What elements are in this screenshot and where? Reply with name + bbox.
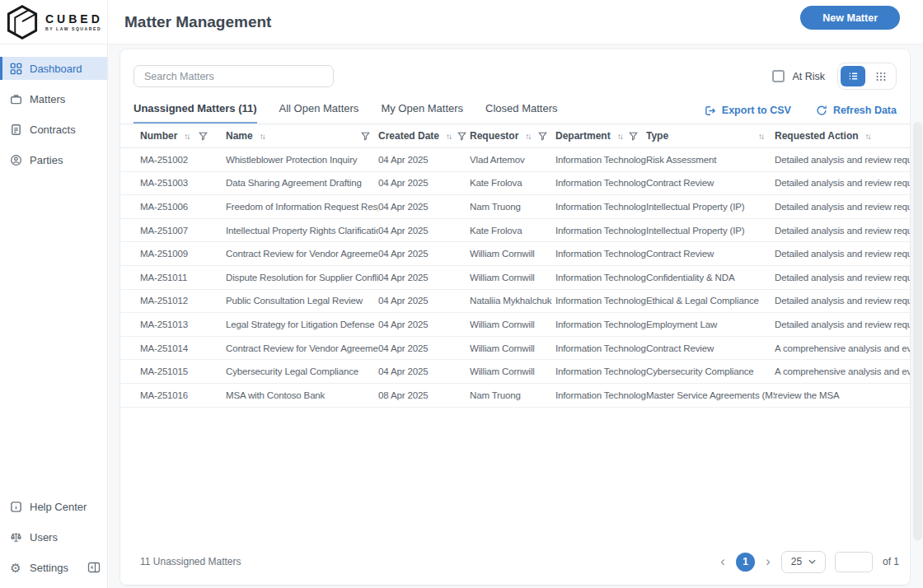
sidebar-item-label: Settings <box>30 562 68 574</box>
info-icon <box>9 500 22 513</box>
filter-icon[interactable] <box>457 132 466 141</box>
refresh-data-button[interactable]: Refresh Data <box>816 105 897 116</box>
cube-logo-icon <box>5 4 40 40</box>
sidebar-item-parties[interactable]: Parties <box>0 148 107 171</box>
cell-number: MA-251007 <box>140 226 226 236</box>
cell-action: Detailed analysis and review required f <box>775 249 910 259</box>
main-content: At Risk <box>108 44 923 588</box>
brand-tagline: BY LAW SQUARED <box>45 27 103 31</box>
at-risk-filter[interactable]: At Risk <box>772 70 825 82</box>
sort-icon[interactable]: ↑↓ <box>446 132 451 141</box>
table-row[interactable]: MA-251007Intellectual Property Rights Cl… <box>120 219 910 243</box>
column-header-requested-action[interactable]: Requested Action ↑↓ <box>775 130 910 142</box>
page-size-select[interactable]: 25 <box>781 551 826 573</box>
table-row[interactable]: MA-251013Legal Strategy for Litigation D… <box>120 313 910 337</box>
tab-closed-matters[interactable]: Closed Matters <box>485 102 557 124</box>
pagination-bar: 11 Unassigned Matters ‹ 1 › 25 of 1 <box>120 542 910 585</box>
column-header-requestor[interactable]: Requestor ↑↓ <box>470 130 555 142</box>
export-icon <box>704 105 716 117</box>
table-row[interactable]: MA-251002Whistleblower Protection Inquir… <box>120 148 910 172</box>
cell-name: Dispute Resolution for Supplier Conflict <box>226 273 378 282</box>
column-header-department[interactable]: Department ↑↓ <box>555 130 646 142</box>
sidebar-collapse-icon[interactable] <box>87 561 101 574</box>
sidebar-item-contracts[interactable]: Contracts <box>0 118 107 141</box>
cell-number: MA-251014 <box>140 343 226 353</box>
refresh-icon <box>816 105 827 116</box>
cell-name: Cybersecurity Legal Compliance <box>226 366 378 376</box>
cell-name: Public Consultation Legal Review <box>226 296 378 306</box>
cell-number: MA-251002 <box>140 155 226 165</box>
cell-department: Information Technology <box>555 366 646 376</box>
filter-icon[interactable] <box>199 132 208 141</box>
sidebar-item-settings[interactable]: ⚙ Settings <box>0 556 107 579</box>
cell-created: 04 Apr 2025 <box>378 178 470 188</box>
at-risk-label: At Risk <box>792 71 825 82</box>
cell-type: Confidentiality & NDA <box>646 273 775 282</box>
cell-requestor: William Cornwill <box>470 366 555 376</box>
filter-icon[interactable] <box>538 132 547 141</box>
cell-requestor: William Cornwill <box>470 273 555 282</box>
sidebar-item-matters[interactable]: Matters <box>0 87 107 110</box>
cell-type: Intellectual Property (IP) <box>646 202 775 212</box>
tabs-row: Unassigned Matters (11) All Open Matters… <box>120 102 910 124</box>
sort-icon[interactable]: ↑↓ <box>184 132 189 141</box>
table-row[interactable]: MA-251014Contract Review for Vendor Agre… <box>120 337 910 361</box>
table-row[interactable]: MA-251015Cybersecurity Legal Compliance0… <box>120 360 910 384</box>
cell-type: Contract Review <box>646 343 775 353</box>
sort-icon[interactable]: ↑↓ <box>865 132 870 141</box>
cell-requestor: William Cornwill <box>470 320 555 329</box>
page-size-value: 25 <box>791 556 802 567</box>
cell-number: MA-251009 <box>140 249 226 259</box>
matters-count-summary: 11 Unassigned Matters <box>140 556 241 567</box>
cell-type: Employment Law <box>646 320 775 329</box>
cell-department: Information Technology <box>555 343 646 353</box>
sort-icon[interactable]: ↑↓ <box>758 132 763 141</box>
export-csv-button[interactable]: Export to CSV <box>704 105 791 117</box>
table-row[interactable]: MA-251012Public Consultation Legal Revie… <box>120 290 910 314</box>
table-row[interactable]: MA-251003Data Sharing Agreement Drafting… <box>120 172 910 196</box>
brand-logo[interactable]: CUBED BY LAW SQUARED <box>0 0 108 44</box>
tab-my-open-matters[interactable]: My Open Matters <box>381 102 463 124</box>
table-row[interactable]: MA-251011Dispute Resolution for Supplier… <box>120 266 910 290</box>
previous-page-button[interactable]: ‹ <box>717 555 729 568</box>
page-jump-input[interactable] <box>835 552 873 572</box>
filter-icon[interactable] <box>629 132 638 141</box>
tab-all-open-matters[interactable]: All Open Matters <box>279 102 359 124</box>
cell-action: review the MSA <box>775 390 910 400</box>
sidebar-item-help-center[interactable]: Help Center <box>0 495 107 518</box>
table-header: Number ↑↓ Name ↑↓ Created Date ↑↓ Reques… <box>120 124 910 148</box>
chevron-down-icon <box>808 559 816 564</box>
sidebar-item-label: Dashboard <box>30 63 82 75</box>
sort-icon[interactable]: ↑↓ <box>617 132 622 141</box>
column-header-created-date[interactable]: Created Date ↑↓ <box>378 130 470 142</box>
list-view-button[interactable] <box>841 66 865 86</box>
column-header-number[interactable]: Number ↑↓ <box>140 130 226 142</box>
sort-icon[interactable]: ↑↓ <box>525 132 530 141</box>
sidebar-item-dashboard[interactable]: Dashboard <box>0 57 107 80</box>
cell-requestor: William Cornwill <box>470 249 555 259</box>
table-row[interactable]: MA-251009Contract Review for Vendor Agre… <box>120 242 910 266</box>
new-matter-button[interactable]: New Matter <box>800 6 900 30</box>
sort-icon[interactable]: ↑↓ <box>260 132 265 141</box>
cell-type: Intellectual Property (IP) <box>646 226 775 236</box>
table-body: MA-251002Whistleblower Protection Inquir… <box>120 148 910 408</box>
next-page-button[interactable]: › <box>762 555 774 568</box>
current-page-button[interactable]: 1 <box>736 553 755 572</box>
tab-unassigned-matters[interactable]: Unassigned Matters (11) <box>134 102 257 124</box>
filter-icon[interactable] <box>361 132 370 141</box>
table-row[interactable]: MA-251006Freedom of Information Request … <box>120 195 910 219</box>
search-input[interactable] <box>134 65 334 87</box>
scrollbar[interactable] <box>913 122 922 540</box>
cell-department: Information Technology <box>555 155 646 165</box>
cell-type: Contract Review <box>646 249 775 259</box>
page-total-label: of 1 <box>883 556 899 567</box>
column-header-name[interactable]: Name ↑↓ <box>226 130 378 142</box>
sidebar-item-users[interactable]: Users <box>0 525 107 548</box>
cell-created: 04 Apr 2025 <box>378 320 470 329</box>
cell-department: Information Technology <box>555 202 646 212</box>
cell-created: 04 Apr 2025 <box>378 273 470 282</box>
column-header-type[interactable]: Type ↑↓ <box>646 130 775 142</box>
table-row[interactable]: MA-251016MSA with Contoso Bank08 Apr 202… <box>120 384 910 408</box>
grid-view-button[interactable] <box>869 66 893 86</box>
at-risk-checkbox[interactable] <box>772 70 785 82</box>
